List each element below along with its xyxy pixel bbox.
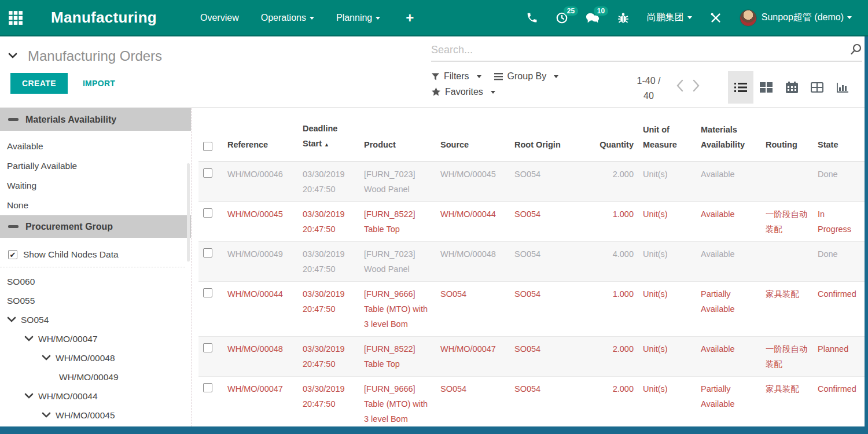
tree-node[interactable]: WH/MO/00044 bbox=[0, 387, 191, 406]
chevron-down-icon bbox=[847, 16, 852, 19]
row-checkbox[interactable] bbox=[198, 202, 223, 241]
column-header-materials-availability[interactable]: Materials Availability bbox=[696, 117, 761, 161]
control-panel: Manufacturing Orders CREATE IMPORT Filte… bbox=[0, 38, 865, 108]
tree-node-label: WH/MO/00044 bbox=[38, 391, 98, 402]
table-row[interactable]: WH/MO/00047 03/30/2019 20:47:50 [FURN_96… bbox=[198, 377, 865, 427]
cell-routing: 家具装配 bbox=[761, 282, 813, 336]
cell-materials-availability: Available bbox=[696, 202, 761, 241]
row-checkbox[interactable] bbox=[198, 282, 223, 336]
search-input[interactable] bbox=[431, 44, 849, 56]
phone-icon[interactable] bbox=[526, 12, 538, 24]
column-header-uom[interactable]: Unit of Measure bbox=[638, 117, 696, 161]
bug-icon[interactable] bbox=[617, 12, 630, 24]
column-header-quantity[interactable]: Quantity bbox=[583, 133, 638, 161]
activities-clock-icon[interactable]: 25 bbox=[556, 12, 568, 24]
menu-overview[interactable]: Overview bbox=[200, 13, 239, 23]
cell-deadline-start: 03/30/2019 20:47:50 bbox=[298, 377, 359, 427]
add-menu-button[interactable]: + bbox=[406, 10, 414, 26]
list-view-button[interactable] bbox=[728, 71, 753, 104]
show-child-nodes-checkbox[interactable]: ✔Show Child Nodes Data bbox=[0, 244, 185, 267]
table-row[interactable]: WH/MO/00045 03/30/2019 20:47:50 [FURN_85… bbox=[198, 202, 865, 242]
tree-node[interactable]: WH/MO/00048 bbox=[0, 348, 191, 367]
cell-source: WH/MO/00047 bbox=[436, 337, 510, 376]
cell-state: Confirmed bbox=[813, 282, 865, 336]
user-menu[interactable]: Sunpop超管 (demo) bbox=[740, 9, 852, 27]
chevron-down-icon bbox=[24, 393, 34, 399]
group-by-menu[interactable]: Group By bbox=[494, 71, 559, 82]
pivot-view-button[interactable] bbox=[804, 71, 830, 104]
cell-deadline-start: 03/30/2019 20:47:50 bbox=[298, 202, 359, 241]
pager-previous-button[interactable] bbox=[676, 79, 684, 94]
row-checkbox[interactable] bbox=[198, 337, 223, 376]
cell-reference: WH/MO/00046 bbox=[223, 162, 298, 201]
cell-source: WH/MO/00045 bbox=[436, 162, 510, 201]
column-header-state[interactable]: State bbox=[813, 133, 865, 161]
filter-item[interactable]: Partially Available bbox=[0, 156, 191, 176]
column-header-root-origin[interactable]: Root Origin bbox=[510, 133, 583, 161]
calendar-view-button[interactable] bbox=[779, 71, 804, 104]
filter-item[interactable]: None bbox=[0, 196, 191, 215]
column-header-routing[interactable]: Routing bbox=[761, 133, 813, 161]
search-icon[interactable] bbox=[849, 43, 862, 56]
app-title[interactable]: Manufacturing bbox=[51, 9, 157, 27]
chevron-down-icon bbox=[42, 355, 51, 361]
sidebar-scrollbar[interactable] bbox=[187, 163, 190, 262]
cell-source: WH/MO/00044 bbox=[436, 202, 510, 241]
row-checkbox[interactable] bbox=[198, 162, 223, 201]
cell-uom: Unit(s) bbox=[638, 162, 696, 201]
sidebar-section-header[interactable]: Procurement Group bbox=[0, 215, 191, 238]
menu-operations[interactable]: Operations bbox=[261, 13, 314, 23]
create-button[interactable]: CREATE bbox=[10, 73, 68, 94]
messages-icon[interactable]: 10 bbox=[586, 12, 599, 24]
column-header-deadline-start[interactable]: Deadline Start▲ bbox=[298, 116, 359, 161]
cell-uom: Unit(s) bbox=[638, 242, 696, 281]
tree-node[interactable]: WH/MO/00049 bbox=[0, 367, 191, 387]
cell-product: [FURN_7023] Wood Panel bbox=[359, 162, 436, 201]
avatar bbox=[740, 9, 757, 27]
select-all-checkbox[interactable] bbox=[198, 135, 223, 161]
favorites-menu[interactable]: Favorites bbox=[431, 87, 495, 97]
tree-node[interactable]: WH/MO/00045 bbox=[0, 406, 191, 425]
column-header-product[interactable]: Product bbox=[359, 133, 436, 161]
graph-view-button[interactable] bbox=[830, 71, 855, 104]
cell-routing bbox=[761, 242, 813, 281]
filters-menu[interactable]: Filters bbox=[431, 71, 481, 82]
pager-next-button[interactable] bbox=[692, 79, 700, 94]
table-row[interactable]: WH/MO/00044 03/30/2019 20:47:50 [FURN_96… bbox=[198, 282, 865, 337]
apps-grid-icon[interactable] bbox=[0, 0, 31, 36]
row-checkbox[interactable] bbox=[198, 377, 223, 427]
cell-state: In Progress bbox=[813, 202, 865, 241]
column-header-source[interactable]: Source bbox=[436, 133, 510, 161]
cell-root-origin: SO054 bbox=[510, 337, 583, 376]
company-switcher[interactable]: 尚鹏集团 bbox=[647, 12, 692, 24]
sidebar-section-header[interactable]: Materials Availability bbox=[0, 108, 191, 131]
cell-root-origin: SO054 bbox=[510, 162, 583, 201]
table-row[interactable]: WH/MO/00048 03/30/2019 20:47:50 [FURN_85… bbox=[198, 337, 865, 377]
filter-item[interactable]: Waiting bbox=[0, 176, 191, 196]
menu-planning[interactable]: Planning bbox=[336, 13, 380, 23]
collapse-minus-icon bbox=[8, 118, 19, 121]
kanban-view-button[interactable] bbox=[753, 71, 779, 104]
tree-node[interactable]: WH/MO/00047 bbox=[0, 329, 191, 348]
cell-root-origin: SO054 bbox=[510, 242, 583, 281]
tree-node[interactable]: SO060 bbox=[0, 272, 191, 291]
manufacturing-orders-list: Reference Deadline Start▲ Product Source… bbox=[192, 108, 865, 427]
cell-state: Planned bbox=[813, 337, 865, 376]
table-row[interactable]: WH/MO/00049 03/30/2019 20:47:50 [FURN_70… bbox=[198, 242, 865, 282]
cell-materials-availability: Partially Available bbox=[696, 377, 761, 427]
cell-product: [FURN_7023] Wood Panel bbox=[359, 242, 436, 281]
tree-node[interactable]: SO055 bbox=[0, 291, 191, 310]
import-button[interactable]: IMPORT bbox=[83, 79, 115, 88]
breadcrumb-chevron-icon[interactable] bbox=[8, 53, 17, 60]
cell-uom: Unit(s) bbox=[638, 282, 696, 336]
chevron-down-icon bbox=[7, 317, 16, 323]
tree-node[interactable]: SO054 bbox=[0, 310, 191, 329]
tools-icon[interactable] bbox=[709, 12, 722, 24]
row-checkbox[interactable] bbox=[198, 242, 223, 281]
cell-quantity: 4.000 bbox=[583, 242, 638, 281]
column-header-reference[interactable]: Reference bbox=[223, 133, 298, 161]
cell-quantity: 1.000 bbox=[583, 202, 638, 241]
table-row[interactable]: WH/MO/00046 03/30/2019 20:47:50 [FURN_70… bbox=[198, 162, 865, 202]
filter-item[interactable]: Available bbox=[0, 137, 191, 156]
chevron-down-icon bbox=[310, 17, 314, 20]
